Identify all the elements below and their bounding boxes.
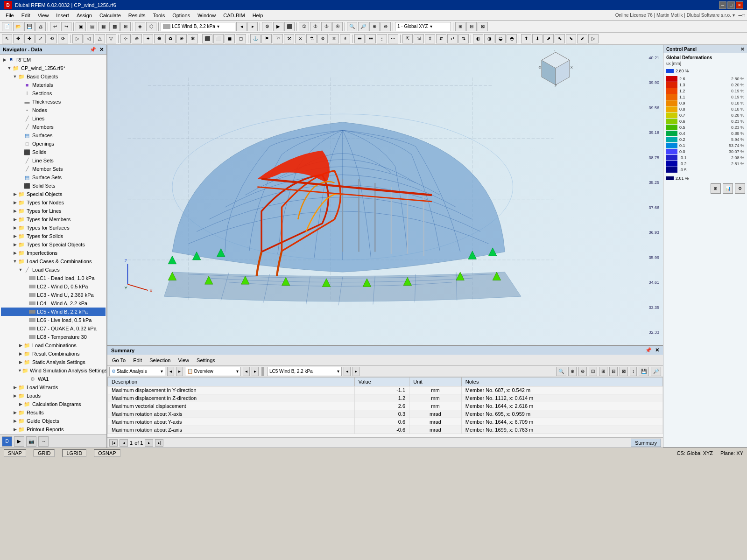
summary-menu-settings[interactable]: Settings <box>194 357 218 364</box>
tb-b4[interactable]: ▩ <box>109 22 120 31</box>
tree-lc2[interactable]: LC2 - Wind D, 0.5 kPa <box>1 282 106 291</box>
tb2-f9[interactable]: ⚜ <box>340 34 350 43</box>
tb2-f3[interactable]: ⚐ <box>273 34 283 43</box>
tb2-f2[interactable]: ⚑ <box>261 34 272 43</box>
tb2-b6[interactable]: ⟳ <box>58 34 68 43</box>
tree-project[interactable]: ▼ 📁 CP_wind_1256.rf6* <box>1 64 106 72</box>
tree-solids[interactable]: ⬛ Solids <box>1 148 106 156</box>
legend-chart-button[interactable]: 📊 <box>723 183 733 194</box>
tb2-d2[interactable]: ⊕ <box>132 34 142 43</box>
tb-v3[interactable]: ⊠ <box>478 22 488 31</box>
save-button[interactable]: 💾 <box>24 22 35 31</box>
status-grid[interactable]: GRID <box>34 449 55 457</box>
nav-pin-button[interactable]: 📌 <box>90 47 96 52</box>
tree-wa1[interactable]: ⚙ WA1 <box>1 375 106 383</box>
tb2-e3[interactable]: ◼ <box>225 34 235 43</box>
nav-video-button[interactable]: ▶ <box>14 436 24 447</box>
tree-members[interactable]: ╱ Members <box>1 123 106 131</box>
tb2-c4[interactable]: ▽ <box>106 34 116 43</box>
menu-options[interactable]: Options <box>169 12 194 19</box>
sum-next2-btn[interactable]: ▸ <box>252 367 259 376</box>
tb2-h2[interactable]: ⇲ <box>414 34 424 43</box>
minimize-button[interactable]: ─ <box>719 1 726 9</box>
tb2-b2[interactable]: ✥ <box>13 34 23 43</box>
tree-load-wizards[interactable]: ▶ 📁 Load Wizards <box>1 383 106 392</box>
tb2-g4[interactable]: ⋯ <box>388 34 398 43</box>
tree-lc8[interactable]: LC8 - Temperature 30 <box>1 333 106 341</box>
sum-tb-b7[interactable]: ⊠ <box>620 367 628 376</box>
table-row[interactable]: Maximum displacement in Z-direction 1.2 … <box>108 394 663 402</box>
tb-v2[interactable]: ⊟ <box>466 22 477 31</box>
tb2-d3[interactable]: ✦ <box>143 34 153 43</box>
tree-wind-sim[interactable]: ▼ 📁 Wind Simulation Analysis Settings <box>1 366 106 375</box>
menu-cadbim[interactable]: CAD-BIM <box>219 12 248 19</box>
sum-tb-b1[interactable]: 🔍 <box>556 367 566 376</box>
sum-lc-prev[interactable]: ◂ <box>344 367 351 376</box>
tb2-g3[interactable]: ⋮ <box>377 34 387 43</box>
status-snap[interactable]: SNAP <box>4 449 26 457</box>
tb2-f5[interactable]: ⚔ <box>295 34 305 43</box>
tree-sections[interactable]: I Sections <box>1 89 106 98</box>
tree-rfem[interactable]: ▶ R RFEM <box>1 56 106 64</box>
tb2-i2[interactable]: ◑ <box>484 34 494 43</box>
sum-tb-b6[interactable]: ⊟ <box>609 367 618 376</box>
tb-b3[interactable]: ▦ <box>98 22 108 31</box>
sum-tb-b2[interactable]: ⊕ <box>568 367 577 376</box>
pag-last-button[interactable]: ▸| <box>155 439 163 447</box>
tree-lcc[interactable]: ▼ 📁 Load Cases & Combinations <box>1 257 106 266</box>
nav-arrow-button[interactable]: → <box>38 436 49 447</box>
tree-printout[interactable]: ▶ 📁 Printout Reports <box>1 425 106 434</box>
tree-imperfections[interactable]: ▶ 📁 Imperfections <box>1 249 106 257</box>
tree-lc4[interactable]: LC4 - Wind A, 2.2 kPa <box>1 299 106 308</box>
tb2-h4[interactable]: ⇵ <box>436 34 446 43</box>
app-restore[interactable]: □ <box>742 13 745 18</box>
undo-button[interactable]: ↩ <box>50 22 60 31</box>
tb2-d6[interactable]: ❀ <box>176 34 187 43</box>
redo-button[interactable]: ↪ <box>61 22 71 31</box>
summary-menu-edit[interactable]: Edit <box>130 357 145 364</box>
tree-types-surfaces[interactable]: ▶ 📁 Types for Surfaces <box>1 224 106 232</box>
tree-result-combos[interactable]: ▶ 📁 Result Combinations <box>1 350 106 358</box>
tree-lc7[interactable]: LC7 - QUAKE A, 0.32 kPa <box>1 324 106 333</box>
pag-prev-button[interactable]: ◂ <box>120 439 128 447</box>
tree-solid-sets[interactable]: ⬛ Solid Sets <box>1 182 106 190</box>
tree-static-analysis[interactable]: ▶ 📁 Static Analysis Settings <box>1 358 106 366</box>
tb2-h6[interactable]: ⇅ <box>458 34 469 43</box>
tb2-h1[interactable]: ⇱ <box>402 34 413 43</box>
tb2-e4[interactable]: ◻ <box>236 34 246 43</box>
tb-calc2[interactable]: ▶ <box>273 22 283 31</box>
summary-pin-button[interactable]: 📌 <box>645 347 652 353</box>
menu-assign[interactable]: Assign <box>73 12 96 19</box>
tree-openings[interactable]: □ Openings <box>1 140 106 148</box>
summary-menu-goto[interactable]: Go To <box>109 357 128 364</box>
tb2-j4[interactable]: ⬉ <box>555 34 565 43</box>
tree-lc3[interactable]: LC3 - Wind U, 2.369 kPa <box>1 291 106 299</box>
sum-lc-next[interactable]: ▸ <box>352 367 359 376</box>
tree-surface-sets[interactable]: ▤ Surface Sets <box>1 173 106 182</box>
sum-tb-b3[interactable]: ⊖ <box>578 367 587 376</box>
tree-materials[interactable]: ■ Materials <box>1 81 106 89</box>
nav-close-button[interactable]: ✕ <box>99 47 104 52</box>
status-osnap[interactable]: OSNAP <box>94 449 120 457</box>
tree-results[interactable]: ▶ 📁 Results <box>1 408 106 417</box>
close-button[interactable]: ✕ <box>736 1 743 9</box>
tb2-f1[interactable]: ⚓ <box>250 34 261 43</box>
menu-calculate[interactable]: Calculate <box>96 12 125 19</box>
sum-prev-btn[interactable]: ◂ <box>167 367 174 376</box>
summary-menu-view[interactable]: View <box>175 357 192 364</box>
coord-system-dropdown[interactable]: 1 - Global XYZ ▾ <box>395 22 451 31</box>
nav-data-button[interactable]: D <box>2 436 12 447</box>
tb2-i4[interactable]: ◓ <box>507 34 517 43</box>
prev-lc[interactable]: ◂ <box>236 22 247 31</box>
tb2-h5[interactable]: ⇄ <box>447 34 458 43</box>
sum-tb-b4[interactable]: ⊡ <box>589 367 597 376</box>
tb2-j6[interactable]: ⬋ <box>577 34 587 43</box>
tree-thicknesses[interactable]: ▬ Thicknesses <box>1 98 106 106</box>
next-lc[interactable]: ▸ <box>247 22 258 31</box>
tree-loads[interactable]: ▶ 📁 Loads <box>1 392 106 400</box>
viewport[interactable]: X Z Y 40.2139.9039.5639.1838.7538.2537.6… <box>107 45 663 345</box>
open-button[interactable]: 📂 <box>13 22 23 31</box>
tree-guide-objects[interactable]: ▶ 📁 Guide Objects <box>1 417 106 425</box>
tree-line-sets[interactable]: ╱ Line Sets <box>1 156 106 165</box>
tb2-e2[interactable]: ⬜ <box>213 34 224 43</box>
